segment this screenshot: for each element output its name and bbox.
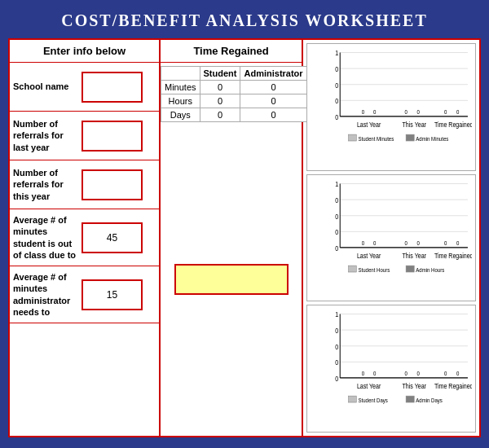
svg-text:0: 0 bbox=[456, 109, 459, 116]
svg-text:0: 0 bbox=[404, 371, 407, 377]
svg-text:0: 0 bbox=[335, 113, 338, 121]
svg-text:0: 0 bbox=[373, 371, 376, 377]
yellow-highlight-box bbox=[174, 264, 289, 295]
avg-student-minutes-row: Average # of minutes student is out of c… bbox=[10, 209, 159, 266]
svg-text:0: 0 bbox=[362, 109, 364, 116]
svg-text:This Year: This Year bbox=[403, 383, 427, 391]
svg-text:Admin Minutes: Admin Minutes bbox=[416, 135, 449, 142]
table-col-student: Student bbox=[200, 67, 240, 81]
row-label-hours: Hours bbox=[161, 94, 200, 108]
table-row-days: Days 0 0 bbox=[161, 108, 307, 122]
right-panel: 1 0 0 0 0 Last Year This Year Time Regai… bbox=[303, 40, 479, 436]
middle-panel-header: Time Regained bbox=[161, 40, 302, 63]
svg-text:1: 1 bbox=[335, 180, 338, 188]
referrals-this-year-input[interactable] bbox=[82, 169, 143, 200]
svg-text:0: 0 bbox=[404, 239, 407, 246]
svg-rect-71 bbox=[348, 396, 356, 402]
days-chart-container: 1 0 0 0 0 Last Year This Year Time Regai… bbox=[306, 305, 476, 433]
svg-text:0: 0 bbox=[335, 81, 338, 90]
svg-text:0: 0 bbox=[373, 239, 376, 246]
avg-admin-minutes-row: Average # of minutes administrator needs… bbox=[10, 266, 159, 323]
main-container: Enter info below School name Number of r… bbox=[8, 38, 481, 437]
svg-text:1: 1 bbox=[335, 311, 338, 319]
hours-chart-container: 1 0 0 0 0 Last Year This Year Time Regai… bbox=[306, 174, 476, 302]
row-label-minutes: Minutes bbox=[161, 81, 200, 94]
svg-text:0: 0 bbox=[335, 375, 338, 383]
svg-text:1: 1 bbox=[335, 50, 338, 58]
svg-text:Student Days: Student Days bbox=[358, 397, 388, 405]
svg-text:0: 0 bbox=[456, 371, 459, 377]
left-panel: Enter info below School name Number of r… bbox=[10, 40, 161, 436]
avg-admin-minutes-value: 15 bbox=[82, 279, 143, 310]
row-admin-days: 0 bbox=[240, 108, 306, 122]
time-regained-table: Student Administrator Minutes 0 0 Hours … bbox=[161, 66, 307, 122]
row-student-days: 0 bbox=[200, 108, 240, 122]
svg-text:Last Year: Last Year bbox=[357, 252, 381, 260]
svg-rect-23 bbox=[406, 134, 414, 141]
svg-rect-46 bbox=[348, 266, 356, 272]
referrals-last-year-label: Number of referrals for last year bbox=[13, 118, 78, 153]
middle-panel: Time Regained Student Administrator Minu… bbox=[161, 40, 303, 436]
table-col-admin: Administrator bbox=[240, 67, 306, 81]
svg-text:0: 0 bbox=[417, 371, 420, 377]
school-name-label: School name bbox=[13, 81, 78, 92]
left-panel-header: Enter info below bbox=[10, 40, 159, 63]
svg-rect-48 bbox=[406, 266, 414, 272]
svg-text:0: 0 bbox=[335, 359, 338, 367]
row-label-days: Days bbox=[161, 108, 200, 122]
svg-text:Time Regained: Time Regained bbox=[434, 252, 472, 260]
svg-text:Time Regained: Time Regained bbox=[434, 383, 472, 391]
svg-text:Last Year: Last Year bbox=[357, 383, 381, 391]
middle-spacer bbox=[161, 122, 302, 436]
svg-text:Time Regained: Time Regained bbox=[434, 121, 472, 129]
minutes-chart-svg: 1 0 0 0 0 Last Year This Year Time Regai… bbox=[324, 47, 472, 154]
svg-text:0: 0 bbox=[335, 65, 338, 73]
svg-text:This Year: This Year bbox=[403, 121, 427, 129]
table-col-empty bbox=[161, 67, 200, 81]
row-admin-minutes: 0 bbox=[240, 81, 306, 94]
minutes-chart-container: 1 0 0 0 0 Last Year This Year Time Regai… bbox=[306, 43, 476, 171]
referrals-last-year-row: Number of referrals for last year bbox=[10, 112, 159, 160]
table-row-minutes: Minutes 0 0 bbox=[161, 81, 307, 94]
avg-admin-minutes-label: Average # of minutes administrator needs… bbox=[13, 271, 78, 318]
svg-text:0: 0 bbox=[417, 109, 420, 116]
referrals-this-year-label: Number of referrals for this year bbox=[13, 167, 78, 202]
svg-text:0: 0 bbox=[335, 212, 338, 220]
school-name-input[interactable] bbox=[82, 72, 143, 103]
svg-text:Admin Days: Admin Days bbox=[416, 397, 443, 405]
svg-text:0: 0 bbox=[444, 109, 447, 116]
svg-text:0: 0 bbox=[335, 244, 338, 253]
referrals-last-year-input[interactable] bbox=[82, 121, 143, 152]
row-student-hours: 0 bbox=[200, 94, 240, 108]
avg-student-minutes-label: Average # of minutes student is out of c… bbox=[13, 214, 78, 261]
svg-text:0: 0 bbox=[362, 239, 364, 246]
svg-text:0: 0 bbox=[373, 109, 376, 116]
svg-text:0: 0 bbox=[335, 196, 338, 204]
svg-text:0: 0 bbox=[417, 239, 420, 246]
svg-text:0: 0 bbox=[404, 109, 407, 116]
svg-text:0: 0 bbox=[444, 371, 447, 377]
avg-student-minutes-value: 45 bbox=[82, 222, 143, 253]
hours-chart-svg: 1 0 0 0 0 Last Year This Year Time Regai… bbox=[324, 178, 472, 285]
svg-text:This Year: This Year bbox=[403, 252, 427, 260]
svg-text:Student Minutes: Student Minutes bbox=[358, 135, 394, 142]
svg-rect-21 bbox=[348, 134, 356, 141]
svg-text:Admin Hours: Admin Hours bbox=[416, 266, 444, 273]
svg-rect-73 bbox=[406, 396, 414, 402]
referrals-this-year-row: Number of referrals for this year bbox=[10, 160, 159, 209]
school-name-row: School name bbox=[10, 63, 159, 112]
row-student-minutes: 0 bbox=[200, 81, 240, 94]
svg-text:0: 0 bbox=[444, 239, 447, 246]
svg-text:0: 0 bbox=[362, 371, 364, 377]
svg-text:Student Hours: Student Hours bbox=[358, 266, 390, 273]
svg-text:0: 0 bbox=[335, 228, 338, 236]
days-chart-svg: 1 0 0 0 0 Last Year This Year Time Regai… bbox=[324, 309, 472, 415]
svg-text:Last Year: Last Year bbox=[357, 121, 381, 129]
svg-text:0: 0 bbox=[335, 343, 338, 351]
table-row-hours: Hours 0 0 bbox=[161, 94, 307, 108]
svg-text:0: 0 bbox=[335, 97, 338, 105]
row-admin-hours: 0 bbox=[240, 94, 306, 108]
svg-text:0: 0 bbox=[335, 327, 338, 336]
page-title: COST/BENEFIT ANALYSIS WORKSHEET bbox=[0, 0, 489, 38]
svg-text:0: 0 bbox=[456, 239, 459, 246]
